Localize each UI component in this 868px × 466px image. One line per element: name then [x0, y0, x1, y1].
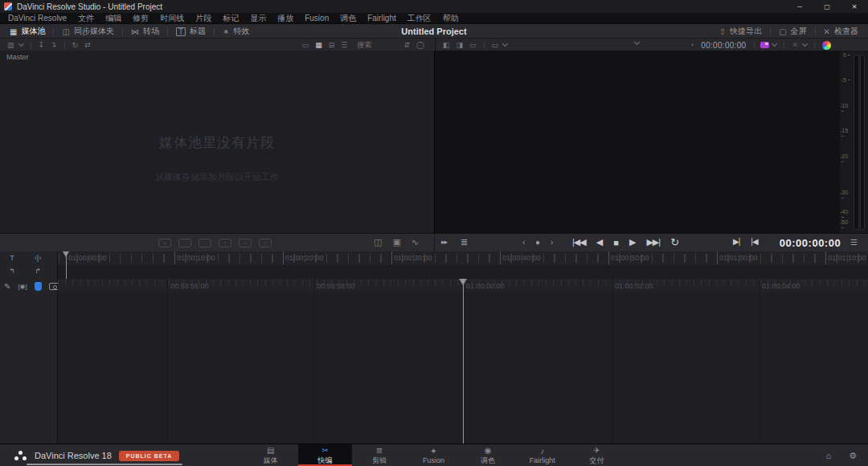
timeline-overview-ruler[interactable]: 01:00:00:00 01:00:10:00 01:00:20:00 01:0… — [58, 251, 868, 279]
close-up-button[interactable]: ↥ — [219, 239, 231, 247]
viewer-timecode[interactable]: 00:00:00:00 — [701, 41, 746, 50]
timeline-tools-row1: T ‹|› — [5, 254, 45, 262]
menu-trim[interactable]: 修剪 — [127, 13, 154, 23]
source-clip-mode-button[interactable]: ◧ — [440, 39, 453, 51]
stop-button[interactable]: ■ — [613, 238, 619, 247]
menu-davinci-resolve[interactable]: DaVinci Resolve — [2, 13, 72, 23]
tab-color[interactable]: ◉ 调色 — [461, 444, 515, 466]
overview-playhead[interactable] — [63, 251, 70, 279]
audio-trim-button[interactable]: ∿ — [411, 237, 419, 247]
smart-insert-button[interactable]: ▾ — [158, 239, 171, 247]
loop-button[interactable]: ↻ — [670, 238, 679, 247]
timeline-tools-row2: ↰ ↱ — [5, 267, 45, 275]
bin-list-button[interactable]: ▥ — [4, 39, 27, 51]
sort-button[interactable]: ⇵ — [400, 39, 413, 51]
append-button[interactable]: ⌄ — [178, 239, 191, 247]
grid-line — [760, 279, 760, 444]
ruler-label: 01:00:00:00 — [466, 282, 505, 290]
resync-button[interactable]: ↻ — [69, 39, 82, 51]
menu-fairlight[interactable]: Fairlight — [362, 13, 402, 23]
tools-button[interactable]: ≣ — [461, 237, 468, 247]
play-reverse-button[interactable]: ◀ — [596, 237, 603, 247]
aspect-button[interactable]: ▭ — [489, 39, 511, 51]
viewer-panel[interactable] — [434, 51, 840, 233]
quick-export-button[interactable]: ⇧ 快捷导出 — [714, 26, 767, 37]
menu-timeline[interactable]: 时间线 — [154, 13, 190, 23]
menu-playback[interactable]: 播放 — [272, 13, 299, 23]
timeline-playhead[interactable] — [459, 279, 468, 444]
tab-media[interactable]: ▤ 媒体 — [244, 444, 298, 466]
track-lock-button[interactable]: T — [5, 254, 19, 262]
source-tape-mode-button[interactable]: ◨ — [453, 39, 467, 51]
timeline-timecode[interactable]: 00:00:00:00 — [765, 234, 855, 252]
tab-deliver[interactable]: ✈ 交付 — [569, 444, 624, 466]
minimize-button[interactable]: ─ — [786, 0, 813, 13]
db-label: -30 — [840, 190, 850, 201]
gear-icon[interactable]: ⚙ — [849, 451, 857, 461]
jog-control[interactable]: ‹ ● › — [522, 238, 557, 247]
marker-range-icon[interactable]: [◉] — [18, 283, 27, 290]
place-on-top-button[interactable]: ▭ — [239, 239, 252, 247]
strip-view-button[interactable]: ▭ — [299, 39, 313, 51]
tab-cut[interactable]: ✂ 快编 — [298, 444, 353, 466]
last-frame-button[interactable]: ▶▶| — [646, 237, 660, 247]
source-overwrite-button[interactable]: ◫ — [259, 239, 272, 247]
cut-page-icon: ✂ — [321, 446, 328, 455]
list-view-button[interactable]: ☰ — [338, 39, 350, 51]
join-clip-button[interactable]: ↱ — [31, 267, 45, 275]
import-folder-button[interactable]: ↴ — [47, 39, 60, 51]
menu-edit[interactable]: 编辑 — [100, 13, 127, 23]
close-button[interactable]: ✕ — [841, 0, 868, 13]
home-icon[interactable]: ⌂ — [825, 451, 831, 460]
metadata-view-button[interactable]: ⊟ — [326, 39, 338, 51]
play-to-out-button[interactable]: ▶| — [733, 237, 739, 246]
pen-tool-icon[interactable]: ✎ — [4, 282, 10, 291]
transitions-button[interactable]: ⋈ 转场 — [126, 26, 164, 37]
maximize-button[interactable]: ▢ — [813, 0, 841, 13]
trim-editor-button[interactable]: ▣ — [392, 237, 400, 247]
menu-view[interactable]: 显示 — [244, 13, 272, 23]
jog-clock-icon[interactable]: ◔ — [686, 39, 697, 51]
menu-mark[interactable]: 标记 — [217, 13, 244, 23]
sync-status-icon[interactable]: ◯ — [413, 39, 428, 51]
menu-color[interactable]: 调色 — [334, 13, 362, 23]
bin-path-label[interactable]: Master — [6, 53, 29, 61]
ruler-label: 01:00:10:00 — [177, 254, 215, 262]
bottom-scrollbar[interactable] — [27, 464, 182, 465]
sync-indicator-icon[interactable] — [35, 282, 42, 291]
ruler-label: 01:00:00:00 — [68, 254, 107, 262]
menu-workspace[interactable]: 工作区 — [402, 13, 437, 23]
app-branding: DaVinci Resolve 18 PUBLIC BETA — [14, 444, 179, 466]
menu-help[interactable]: 帮助 — [437, 13, 465, 23]
effects-button[interactable]: ✶ 特效 — [218, 26, 254, 37]
inspector-button[interactable]: ✕ 检查器 — [819, 26, 863, 37]
import-media-button[interactable]: ↧ — [35, 39, 48, 51]
titles-button[interactable]: T 标题 — [171, 26, 211, 37]
menu-file[interactable]: 文件 — [72, 13, 100, 23]
first-frame-button[interactable]: |◀◀ — [572, 237, 586, 247]
transport-controls: |◀◀ ◀ ■ ▶ ▶▶| ↻ — [572, 237, 679, 247]
ripple-overwrite-button[interactable]: ↔ — [199, 239, 211, 247]
sync-bin-button[interactable]: ◫ 同步媒体夹 — [57, 26, 118, 37]
fullscreen-button[interactable]: ▢ 全屏 — [774, 26, 811, 37]
trim-mode-button[interactable]: ‹|› — [31, 254, 45, 262]
back-to-in-button[interactable]: |◀ — [751, 237, 757, 246]
timeline-mode-button[interactable]: ▭ — [466, 39, 480, 51]
transform-button[interactable]: ✕ — [788, 39, 810, 51]
tab-fusion[interactable]: ✦ Fusion — [407, 444, 461, 466]
split-view-button[interactable]: ◫ — [374, 237, 382, 247]
tab-edit[interactable]: ≣ 剪辑 — [352, 444, 407, 466]
play-button[interactable]: ▶ — [629, 237, 636, 247]
relink-button[interactable]: ⇄ — [81, 39, 94, 51]
menu-clip[interactable]: 片段 — [190, 13, 217, 23]
tab-fairlight[interactable]: ♪ Fairlight — [515, 444, 570, 466]
timeline-menu-icon[interactable]: ☰ — [850, 238, 858, 247]
color-wheel-icon[interactable] — [822, 41, 831, 50]
menu-fusion[interactable]: Fusion — [299, 13, 334, 23]
split-clip-button[interactable]: ↰ — [5, 267, 19, 275]
media-pool-button[interactable]: ▦ 媒体池 — [5, 26, 50, 37]
fast-review-button[interactable]: ▸▸ — [441, 238, 447, 246]
multicam-button[interactable] — [759, 42, 780, 48]
search-button[interactable]: 搜索 — [357, 40, 371, 51]
thumbnail-view-button[interactable]: ▦ — [312, 39, 326, 51]
